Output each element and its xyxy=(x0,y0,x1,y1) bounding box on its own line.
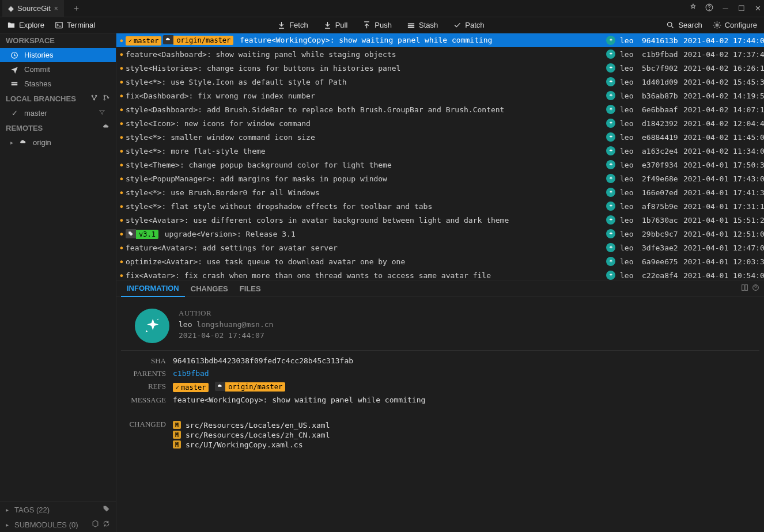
layout-icon[interactable] xyxy=(741,284,748,293)
commit-row[interactable]: ● style<PopupManager>: add margins for m… xyxy=(116,172,764,185)
filter-icon[interactable] xyxy=(99,109,105,117)
branch-master[interactable]: ✓ master xyxy=(0,106,116,120)
minimize-button[interactable]: ─ xyxy=(721,4,729,13)
commit-row[interactable]: ● style<*>: more flat-style themeleoa163… xyxy=(116,144,764,158)
stashes-icon xyxy=(10,80,18,88)
author-label: AUTHOR xyxy=(179,309,273,318)
submodule-refresh-icon[interactable] xyxy=(103,520,110,529)
commit-row[interactable]: ● style<*>: use Brush.Border0 for all Wi… xyxy=(116,185,764,199)
avatar-icon xyxy=(606,91,615,100)
parent-link[interactable]: c1b9fbad xyxy=(173,369,209,378)
sidebar-item-commit[interactable]: Commit xyxy=(0,62,116,77)
submodule-action-icon[interactable] xyxy=(92,520,99,529)
add-tab-button[interactable]: ＋ xyxy=(66,3,86,14)
search-button[interactable]: Search xyxy=(666,21,702,29)
commit-row[interactable]: ● optimize<Avatar>: use task queue to do… xyxy=(116,254,764,268)
explore-button[interactable]: Explore xyxy=(7,21,44,29)
close-window-button[interactable]: ✕ xyxy=(754,4,762,13)
commit-sha[interactable]: 9641613bdb4423038f09fed7c4cc28b45c313fab xyxy=(173,356,759,366)
tab-changes[interactable]: CHANGES xyxy=(185,281,234,297)
terminal-button[interactable]: Terminal xyxy=(55,21,95,29)
author-date: 2021-04-02 17:44:07 xyxy=(179,331,273,340)
commit-row[interactable]: ● feature<Dashboard>: show waiting panel… xyxy=(116,47,764,61)
commit-row[interactable]: ● fix<Dashboard>: fix wrong row index nu… xyxy=(116,89,764,102)
check-icon: ✓ xyxy=(10,109,18,117)
modified-icon: M xyxy=(173,421,181,429)
svg-point-4 xyxy=(716,24,718,26)
fetch-button[interactable]: Fetch xyxy=(277,21,308,29)
commit-row[interactable]: ● style<Theme>: change popup background … xyxy=(116,158,764,172)
modified-icon: M xyxy=(173,431,181,439)
avatar-icon xyxy=(606,174,615,183)
avatar-icon xyxy=(606,105,615,114)
help-icon[interactable] xyxy=(705,3,713,13)
svg-point-3 xyxy=(668,22,672,27)
sidebar-item-stashes[interactable]: Stashes xyxy=(0,77,116,91)
commit-row[interactable]: ● style<*>: flat style without dropshado… xyxy=(116,199,764,213)
commit-row[interactable]: ●v3.1 upgrade<Version>: Release 3.1leo29… xyxy=(116,227,764,241)
sidebar-item-histories[interactable]: Histories xyxy=(0,48,116,62)
changed-file-row[interactable]: Msrc/Resources/Locales/en_US.xaml xyxy=(173,421,759,430)
changed-files: Msrc/Resources/Locales/en_US.xamlMsrc/Re… xyxy=(173,420,759,450)
commit-row[interactable]: ● style<Icon>: new icons for window comm… xyxy=(116,116,764,130)
sidebar-submodules[interactable]: ▸ SUBMODULES (0) xyxy=(0,517,116,532)
changed-file-row[interactable]: Msrc/UI/WorkingCopy.xaml.cs xyxy=(173,440,759,449)
commit-detail: AUTHOR leo longshuang@msn.cn 2021-04-02 … xyxy=(116,297,764,532)
settings-icon[interactable] xyxy=(689,3,697,13)
changed-file-row[interactable]: Msrc/Resources/Locales/zh_CN.xaml xyxy=(173,431,759,439)
avatar-icon xyxy=(606,229,615,238)
svg-point-1 xyxy=(709,9,710,10)
commit-row[interactable]: ● style<Dashboard>: add Brush.SideBar to… xyxy=(116,102,764,116)
svg-rect-14 xyxy=(742,285,744,291)
svg-point-12 xyxy=(104,99,105,100)
add-remote-icon[interactable] xyxy=(103,123,110,132)
avatar-icon xyxy=(606,119,615,128)
author-avatar xyxy=(135,309,169,343)
svg-rect-15 xyxy=(745,285,747,291)
toolbar: Explore Terminal Fetch Pull Push Stash P… xyxy=(0,17,764,33)
commit-message: feature<WorkingCopy>: show waiting panel… xyxy=(173,396,759,405)
ref-badge-remote[interactable]: origin/master xyxy=(225,382,285,392)
commit-row[interactable]: ● style<*>: smaller window command icon … xyxy=(116,130,764,144)
avatar-icon xyxy=(606,77,615,86)
sidebar-tags[interactable]: ▸ TAGS (22) xyxy=(0,502,116,517)
author-name: leo xyxy=(179,320,192,329)
svg-rect-7 xyxy=(12,84,18,85)
remotes-header: REMOTES xyxy=(0,120,116,135)
commit-row[interactable]: ● feature<Avatar>: add settings for avat… xyxy=(116,241,764,254)
remote-origin[interactable]: ▸ origin xyxy=(0,135,116,150)
patch-button[interactable]: Patch xyxy=(453,21,484,29)
commit-row[interactable]: ● style<*>: use Style.Icon as default st… xyxy=(116,75,764,89)
ref-badge-local[interactable]: ✓master xyxy=(173,383,209,392)
pull-button[interactable]: Pull xyxy=(323,21,348,29)
commit-row[interactable]: ●✓masterorigin/master feature<WorkingCop… xyxy=(116,33,764,47)
history-icon xyxy=(10,51,18,59)
svg-point-11 xyxy=(104,95,105,96)
maximize-button[interactable]: ☐ xyxy=(737,4,746,13)
commit-row[interactable]: ● fix<Avatar>: fix crash when more than … xyxy=(116,268,764,280)
repo-tab[interactable]: ◆ SourceGit × xyxy=(2,0,64,17)
tab-information[interactable]: INFORMATION xyxy=(121,280,185,297)
commit-icon xyxy=(10,66,18,74)
expand-icon: ▸ xyxy=(10,139,13,146)
tag-action-icon[interactable] xyxy=(103,505,110,514)
stash-button[interactable]: Stash xyxy=(407,21,438,29)
cloud-icon xyxy=(19,139,27,146)
avatar-icon xyxy=(606,257,615,266)
branch-action2-icon[interactable] xyxy=(103,94,110,103)
tab-files[interactable]: FILES xyxy=(234,281,267,297)
push-button[interactable]: Push xyxy=(362,21,392,29)
commit-row[interactable]: ● style<Avatar>: use different colors in… xyxy=(116,213,764,227)
configure-button[interactable]: Configure xyxy=(713,21,757,29)
close-tab-icon[interactable]: × xyxy=(54,5,58,13)
avatar-icon xyxy=(606,160,615,169)
app-name: SourceGit xyxy=(17,4,51,13)
help-icon[interactable] xyxy=(752,284,759,293)
author-email: longshuang@msn.cn xyxy=(196,320,273,329)
branch-action-icon[interactable] xyxy=(90,94,98,103)
avatar-icon xyxy=(606,215,615,225)
avatar-icon xyxy=(606,63,615,73)
svg-rect-6 xyxy=(12,82,18,83)
commit-row[interactable]: ● style<Histories>: change icons for but… xyxy=(116,61,764,75)
avatar-icon xyxy=(606,202,615,211)
